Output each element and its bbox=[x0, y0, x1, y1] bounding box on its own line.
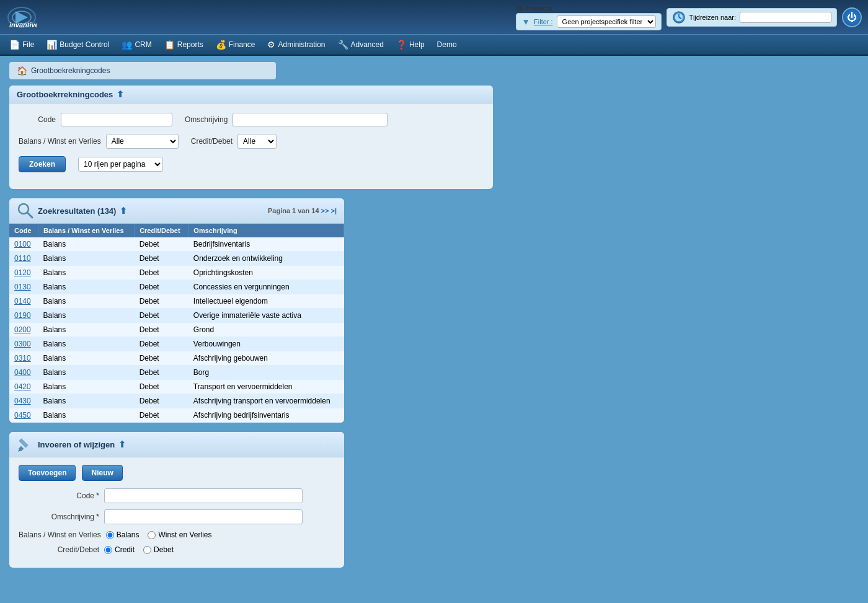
radio-debet[interactable]: Debet bbox=[143, 545, 174, 554]
nav-item-finance[interactable]: 💰 Finance bbox=[210, 37, 262, 52]
radio-credit-input[interactable] bbox=[104, 546, 112, 554]
nav-item-help[interactable]: ❓ Help bbox=[390, 37, 431, 52]
balans-label: Balans / Winst en Verlies bbox=[19, 137, 101, 146]
svg-rect-11 bbox=[19, 438, 29, 448]
nav-item-reports[interactable]: 📋 Reports bbox=[158, 37, 210, 52]
cell-omschrijving: Overige immateriële vaste activa bbox=[188, 309, 344, 323]
pagination-next[interactable]: >> bbox=[321, 207, 329, 214]
cell-code: 0130 bbox=[9, 280, 38, 294]
code-link[interactable]: 0120 bbox=[14, 268, 31, 277]
power-button[interactable]: ⏻ bbox=[842, 7, 862, 27]
nav-item-administration[interactable]: ⚙ Administration bbox=[261, 37, 331, 52]
edit-code-input[interactable] bbox=[104, 488, 303, 503]
cell-omschrijving: Transport en vervoermiddelen bbox=[188, 380, 344, 394]
nav-item-demo[interactable]: Demo bbox=[431, 38, 463, 51]
toevoegen-button[interactable]: Toevoegen bbox=[19, 465, 76, 481]
results-title: Zoekresultaten (134) bbox=[38, 206, 116, 216]
table-row: 0110 Balans Debet Onderzoek en ontwikkel… bbox=[9, 252, 344, 266]
radio-credit[interactable]: Credit bbox=[104, 545, 135, 554]
edit-panel-body: Toevoegen Nieuw Code * Omschrijving * Ba… bbox=[9, 457, 344, 568]
balans-select[interactable]: Alle Balans Winst en Verlies bbox=[106, 134, 179, 149]
pagination-last[interactable]: >| bbox=[330, 207, 337, 214]
cell-balans: Balans bbox=[38, 309, 135, 323]
logo-icon: invantive bbox=[6, 5, 37, 30]
code-link[interactable]: 0140 bbox=[14, 297, 31, 306]
administration-icon: ⚙ bbox=[267, 40, 275, 50]
nav-item-file[interactable]: 📄 File bbox=[3, 37, 40, 52]
cell-code: 0100 bbox=[9, 237, 38, 252]
table-row: 0120 Balans Debet Oprichtingskosten bbox=[9, 266, 344, 280]
collapse-search-icon[interactable]: ⬆ bbox=[117, 89, 124, 99]
code-link[interactable]: 0190 bbox=[14, 311, 31, 320]
nieuw-button[interactable]: Nieuw bbox=[82, 465, 122, 481]
code-link[interactable]: 0130 bbox=[14, 283, 31, 291]
code-link[interactable]: 0200 bbox=[14, 325, 31, 334]
code-link[interactable]: 0420 bbox=[14, 382, 31, 391]
collapse-edit-icon[interactable]: ⬆ bbox=[118, 439, 126, 449]
edit-credit-row: Credit/Debet Credit Debet bbox=[19, 545, 335, 554]
top-right: 25 Projects ▼ Filter : Geen projectspeci… bbox=[516, 4, 862, 30]
collapse-results-icon[interactable]: ⬆ bbox=[120, 206, 127, 216]
cell-balans: Balans bbox=[38, 366, 135, 380]
rows-per-page-select[interactable]: 10 rijen per pagina 25 rijen per pagina … bbox=[78, 157, 163, 172]
credit-debet-field: Credit/Debet Alle Credit Debet bbox=[191, 134, 277, 149]
cell-omschrijving: Oprichtingskosten bbox=[188, 266, 344, 280]
col-code: Code bbox=[9, 224, 38, 237]
edit-credit-label: Credit/Debet bbox=[19, 545, 99, 554]
omschrijving-input[interactable] bbox=[232, 113, 388, 126]
radio-balans-input[interactable] bbox=[106, 531, 114, 539]
edit-omschrijving-row: Omschrijving * bbox=[19, 509, 335, 524]
pencil-icon bbox=[17, 436, 34, 453]
col-omschrijving: Omschrijving bbox=[188, 224, 344, 237]
cell-omschrijving: Bedrijfsinventaris bbox=[188, 237, 344, 252]
edit-balans-row: Balans / Winst en Verlies Balans Winst e… bbox=[19, 530, 335, 539]
edit-code-label: Code * bbox=[19, 491, 99, 500]
nav-item-crm[interactable]: 👥 CRM bbox=[115, 37, 157, 52]
cell-omschrijving: Grond bbox=[188, 323, 344, 337]
cell-credit-debet: Debet bbox=[135, 323, 188, 337]
cell-credit-debet: Debet bbox=[135, 237, 188, 252]
results-header: Zoekresultaten (134) ⬆ Pagina 1 van 14 >… bbox=[9, 198, 344, 224]
cell-code: 0430 bbox=[9, 394, 38, 408]
edit-btn-row: Toevoegen Nieuw bbox=[19, 465, 335, 481]
cell-balans: Balans bbox=[38, 394, 135, 408]
cell-balans: Balans bbox=[38, 252, 135, 266]
breadcrumb-text: Grootboekrekningcodes bbox=[31, 66, 110, 75]
code-link[interactable]: 0310 bbox=[14, 354, 31, 363]
radio-winst-verlies[interactable]: Winst en Verlies bbox=[148, 530, 211, 539]
cell-code: 0190 bbox=[9, 309, 38, 323]
code-link[interactable]: 0110 bbox=[14, 254, 31, 263]
cell-credit-debet: Debet bbox=[135, 266, 188, 280]
tijdreizen-label: Tijdreizen naar: bbox=[689, 14, 736, 21]
col-balans: Balans / Winst en Verlies bbox=[38, 224, 135, 237]
code-link[interactable]: 0450 bbox=[14, 411, 31, 420]
cell-code: 0110 bbox=[9, 252, 38, 266]
cell-omschrijving: Afschrijving bedrijfsinventaris bbox=[188, 408, 344, 423]
code-link[interactable]: 0300 bbox=[14, 340, 31, 348]
edit-omschrijving-input[interactable] bbox=[104, 509, 303, 524]
nav-item-budget-control[interactable]: 📊 Budget Control bbox=[40, 37, 115, 52]
nav-item-advanced[interactable]: 🔧 Advanced bbox=[332, 37, 390, 52]
filter-icon: ▼ bbox=[521, 17, 530, 27]
filter-link[interactable]: Filter : bbox=[534, 18, 553, 25]
project-filter-select[interactable]: Geen projectspecifiek filter bbox=[557, 15, 656, 28]
credit-debet-select[interactable]: Alle Credit Debet bbox=[237, 134, 277, 149]
cell-credit-debet: Debet bbox=[135, 394, 188, 408]
code-link[interactable]: 0430 bbox=[14, 397, 31, 405]
tijdreizen-input[interactable] bbox=[740, 12, 831, 23]
code-link[interactable]: 0400 bbox=[14, 368, 31, 377]
radio-winst-verlies-input[interactable] bbox=[148, 531, 156, 539]
radio-debet-input[interactable] bbox=[143, 546, 151, 554]
cell-code: 0120 bbox=[9, 266, 38, 280]
edit-code-row: Code * bbox=[19, 488, 335, 503]
code-field: Code bbox=[19, 113, 172, 126]
code-link[interactable]: 0100 bbox=[14, 240, 31, 249]
cell-balans: Balans bbox=[38, 380, 135, 394]
col-credit-debet: Credit/Debet bbox=[135, 224, 188, 237]
results-header-left: Zoekresultaten (134) ⬆ bbox=[17, 202, 127, 219]
zoeken-button[interactable]: Zoeken bbox=[19, 156, 66, 172]
radio-balans[interactable]: Balans bbox=[106, 530, 140, 539]
breadcrumb: 🏠 Grootboekrekningcodes bbox=[9, 62, 276, 79]
code-input[interactable] bbox=[61, 113, 172, 126]
table-row: 0200 Balans Debet Grond bbox=[9, 323, 344, 337]
